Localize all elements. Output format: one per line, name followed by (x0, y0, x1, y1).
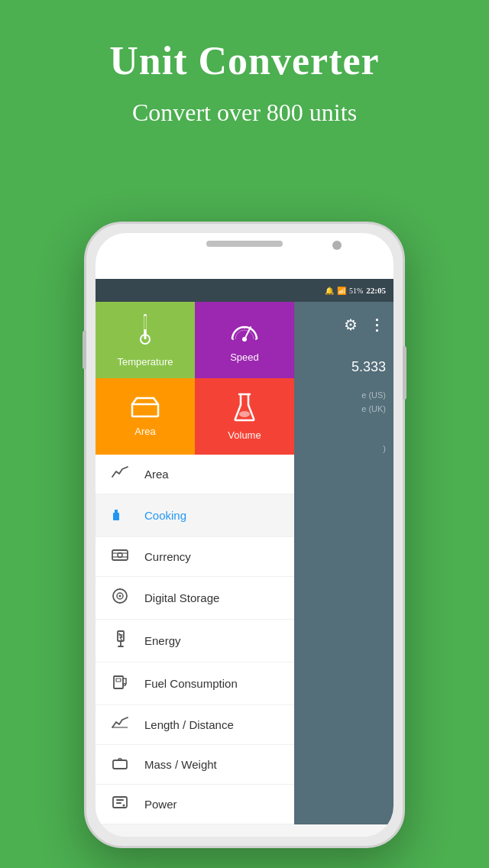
menu-item-storage-label: Digital Storage (144, 591, 219, 604)
speedometer-icon (229, 318, 260, 347)
tile-temperature-label: Temperature (118, 356, 173, 368)
svg-rect-36 (116, 799, 124, 801)
svg-point-32 (124, 684, 126, 686)
menu-item-digital-storage[interactable]: Digital Storage (96, 577, 294, 620)
phone-speaker (206, 241, 283, 247)
menu-item-area[interactable]: Area (96, 455, 294, 494)
app-subtitle: Convert over 800 units (0, 99, 489, 127)
more-icon[interactable]: ⋮ (369, 316, 384, 334)
phone-mockup: 🔔 📶 51% 22:05 (84, 222, 405, 848)
svg-point-5 (242, 337, 247, 342)
tile-volume-label: Volume (228, 429, 261, 441)
svg-point-16 (239, 411, 250, 417)
energy-menu-icon (111, 630, 129, 651)
tiles-grid: Temperature (96, 302, 294, 455)
svg-rect-17 (113, 513, 119, 520)
svg-point-38 (123, 805, 125, 807)
power-menu-icon (111, 795, 129, 813)
phone-screen: 🔔 📶 51% 22:05 (96, 279, 393, 837)
menu-item-energy-label: Energy (144, 634, 181, 647)
menu-item-power-label: Power (144, 798, 177, 811)
svg-point-25 (119, 595, 121, 598)
tile-area-label: Area (134, 426, 155, 437)
area-menu-icon (111, 465, 129, 483)
currency-menu-icon (111, 548, 129, 565)
svg-rect-9 (132, 404, 158, 416)
svg-rect-19 (112, 550, 128, 560)
menu-item-cooking-label: Cooking (144, 509, 186, 522)
menu-item-area-label: Area (144, 468, 169, 481)
menu-item-length[interactable]: Length / Distance (96, 705, 294, 745)
right-panel: ⚙ ⋮ 5.333 e (US) e (UK) (294, 302, 393, 824)
area-tile-icon (131, 397, 160, 421)
left-panel: Temperature (96, 302, 294, 824)
tile-volume[interactable]: Volume (195, 378, 294, 455)
wifi-icon: 📶 (337, 287, 346, 295)
svg-rect-18 (115, 510, 118, 513)
header-section: Unit Converter Convert over 800 units (0, 0, 489, 150)
storage-menu-icon (111, 588, 129, 608)
menu-item-mass-label: Mass / Weight (144, 758, 217, 771)
menu-list: Area (96, 455, 294, 824)
menu-item-power[interactable]: Power (96, 785, 294, 824)
time-display: 22:05 (366, 286, 386, 295)
signal-icon: 🔔 (325, 287, 334, 295)
flask-icon (234, 393, 255, 425)
menu-item-length-label: Length / Distance (144, 718, 234, 731)
result-unit-us: e (US) (302, 390, 386, 400)
svg-rect-31 (116, 679, 121, 682)
menu-item-fuel-label: Fuel Consumption (144, 677, 238, 690)
screen-content: Temperature (96, 302, 393, 824)
svg-rect-4 (144, 329, 147, 339)
mass-menu-icon (111, 756, 129, 773)
menu-item-mass[interactable]: Mass / Weight (96, 745, 294, 785)
battery-text: 51% (349, 287, 363, 295)
status-bar: 🔔 📶 51% 22:05 (96, 279, 393, 302)
menu-item-energy[interactable]: Energy (96, 620, 294, 662)
svg-rect-37 (116, 802, 121, 804)
phone-volume-button (83, 331, 86, 369)
fuel-menu-icon (111, 673, 129, 694)
menu-item-fuel[interactable]: Fuel Consumption (96, 662, 294, 705)
menu-item-currency-label: Currency (144, 550, 191, 563)
settings-icon[interactable]: ⚙ (344, 316, 358, 334)
svg-rect-34 (113, 760, 127, 769)
thermometer-icon (136, 313, 154, 351)
tile-speed-label: Speed (230, 351, 259, 363)
result-unit-uk: e (UK) (302, 404, 386, 413)
cooking-menu-icon (111, 505, 129, 526)
result-extra: ) (302, 444, 386, 453)
length-menu-icon (111, 716, 129, 734)
tile-speed[interactable]: Speed (195, 302, 294, 378)
menu-item-cooking[interactable]: Cooking (96, 494, 294, 537)
menu-item-currency[interactable]: Currency (96, 537, 294, 577)
app-title: Unit Converter (0, 38, 489, 83)
phone-camera (332, 241, 342, 250)
phone-power-button (403, 346, 406, 400)
result-number: 5.333 (302, 359, 386, 375)
tile-temperature[interactable]: Temperature (96, 302, 195, 378)
tile-area[interactable]: Area (96, 378, 195, 455)
